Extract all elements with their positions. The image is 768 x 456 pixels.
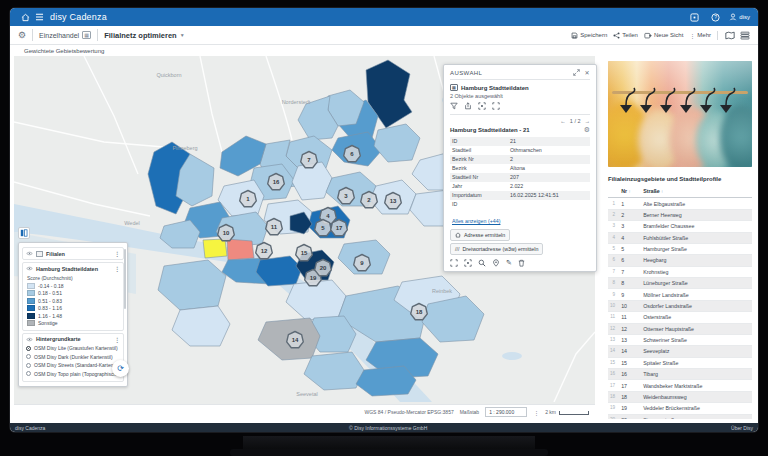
basemap-option[interactable]: OSM Disy Streets (Standard-Kartenstil): [26, 362, 120, 368]
table-row[interactable]: 1616Tibarg: [608, 369, 752, 380]
map-marker[interactable]: 9: [354, 255, 371, 271]
map-marker[interactable]: 3: [338, 188, 355, 204]
full-extent-icon[interactable]: [492, 102, 500, 110]
menu-icon[interactable]: [32, 11, 46, 23]
w3w-button[interactable]: /// Dreiwortadresse (w3w) ermitteln: [450, 243, 543, 255]
apps-icon[interactable]: [687, 11, 701, 23]
map-marker[interactable]: 16: [268, 174, 285, 190]
table-row[interactable]: 66Heegbarg: [608, 255, 752, 266]
location-pin-icon[interactable]: [492, 259, 500, 267]
table-row[interactable]: 1111Osterstraße: [608, 312, 752, 323]
table-row[interactable]: 1212Ottenser Hauptstraße: [608, 323, 752, 334]
magnifier-icon[interactable]: [478, 259, 486, 267]
radio-icon[interactable]: [26, 363, 31, 368]
more-button[interactable]: ⋮ Mehr: [689, 32, 711, 39]
map-canvas[interactable]: QuickbornNorderstedtPinnebergWedelReinbe…: [14, 56, 595, 419]
scale-more-icon[interactable]: ⋮: [533, 409, 539, 416]
user-menu[interactable]: disy: [729, 13, 750, 21]
address-button[interactable]: Adresse ermitteln: [450, 229, 510, 241]
table-row[interactable]: 22Berner Heerweg: [608, 209, 752, 220]
basemap-option[interactable]: OSM Disy Lite (Graustufen Kartenstil): [26, 345, 120, 351]
map-marker[interactable]: 7: [301, 152, 318, 168]
show-all-link[interactable]: Alles anzeigen (+44): [452, 218, 500, 224]
cell-nr: 7: [619, 266, 641, 277]
home-icon[interactable]: [18, 11, 32, 23]
layer-stadtteildaten[interactable]: Hamburg Stadtteildaten ⋮ Score (Durchsch…: [22, 262, 124, 331]
data-view-icon[interactable]: [740, 31, 750, 40]
trash-icon[interactable]: [518, 259, 525, 267]
record-settings-gear-icon[interactable]: ⚙: [584, 126, 590, 134]
table-row[interactable]: 1010Osdorfer Landstraße: [608, 300, 752, 311]
workbook-selector[interactable]: Einzelhandel ▦: [39, 31, 91, 39]
table-row[interactable]: 77Krohnstieg: [608, 266, 752, 277]
visibility-eye-icon[interactable]: [26, 337, 33, 342]
layer-panel-toggle[interactable]: [18, 227, 30, 239]
share-button[interactable]: Teilen: [613, 32, 638, 39]
layer-panel-scrollbar[interactable]: [124, 249, 126, 309]
table-row[interactable]: 55Hamburger Straße: [608, 243, 752, 254]
table-row[interactable]: 1515Spitaler Straße: [608, 357, 752, 368]
kebab-menu-icon[interactable]: ⋮: [114, 336, 120, 343]
table-row[interactable]: 1717Wandsbeker Marktstraße: [608, 380, 752, 391]
table-row[interactable]: 11Alte Elbgaustraße: [608, 198, 752, 209]
table-row[interactable]: 1414Seeveplatz: [608, 346, 752, 357]
map-marker[interactable]: 10: [218, 225, 235, 241]
edit-pencil-icon[interactable]: ✎: [506, 259, 512, 267]
row-index: 13: [608, 334, 619, 345]
scale-input[interactable]: 1 : 290.000: [485, 407, 527, 417]
visibility-eye-icon[interactable]: [26, 251, 33, 256]
table-row[interactable]: 1313Schweriner Straße: [608, 334, 752, 345]
map-marker[interactable]: 5: [315, 220, 332, 236]
table-row[interactable]: 44Fuhlsbüttler Straße: [608, 232, 752, 243]
map-marker[interactable]: 2: [361, 192, 378, 208]
export-icon[interactable]: [464, 102, 472, 110]
layer-background[interactable]: Hintergrundkarte ⋮ OSM Disy Lite (Graust…: [22, 333, 124, 383]
svg-text:10: 10: [223, 230, 230, 236]
map-marker[interactable]: 17: [331, 220, 348, 236]
map-marker[interactable]: 1: [240, 191, 257, 207]
worksheet-selector[interactable]: Filialnetz optimieren ▼: [104, 31, 184, 40]
kebab-menu-icon[interactable]: ⋮: [114, 250, 120, 257]
map-view-icon[interactable]: [725, 31, 735, 40]
table-row[interactable]: 1818Weidenbaumsweg: [608, 391, 752, 402]
table-row[interactable]: 33Bramfelder Chaussee: [608, 221, 752, 232]
footer-about-link[interactable]: Über Disy: [731, 425, 753, 431]
table-row[interactable]: 1919Veddeler Brückenstraße: [608, 403, 752, 414]
column-header-strasse[interactable]: Straße ↑: [641, 186, 752, 198]
legend-label: 0.51 - 0.83: [38, 298, 62, 304]
map-marker[interactable]: 15: [296, 245, 313, 261]
next-record-arrow[interactable]: →: [585, 118, 591, 124]
kebab-menu-icon[interactable]: ⋮: [114, 265, 120, 272]
cell-nr: 1: [619, 198, 641, 209]
table-row[interactable]: 88Lüneburger Straße: [608, 278, 752, 289]
column-header-nr[interactable]: Nr ↑: [619, 186, 641, 198]
basemap-option[interactable]: OSM Disy Dark (Dunkler Kartenstil): [26, 354, 120, 360]
map-marker[interactable]: 18: [411, 304, 428, 320]
radio-icon[interactable]: [26, 371, 31, 376]
help-icon[interactable]: ?: [708, 11, 722, 23]
map-marker[interactable]: 20: [315, 260, 332, 276]
new-view-button[interactable]: Neue Sicht: [644, 32, 683, 39]
pan-to-icon[interactable]: [450, 259, 458, 267]
map-marker[interactable]: 14: [287, 332, 304, 348]
cell-nr: 12: [619, 323, 641, 334]
map-marker[interactable]: 11: [266, 219, 283, 235]
zoom-to-selection-icon[interactable]: [478, 102, 486, 110]
expand-icon[interactable]: [573, 69, 580, 76]
map-marker[interactable]: 13: [385, 193, 402, 209]
visibility-eye-icon[interactable]: [26, 266, 33, 271]
map-marker[interactable]: 6: [344, 146, 361, 162]
radio-icon[interactable]: [26, 346, 31, 351]
table-row[interactable]: 99Möllner Landstraße: [608, 289, 752, 300]
map-marker[interactable]: 12: [256, 243, 273, 259]
zoom-frame-icon[interactable]: [464, 259, 472, 267]
settings-gear-icon[interactable]: ⚙: [18, 30, 26, 40]
basemap-option[interactable]: OSM Disy Topo plain (Topographischer Kar…: [26, 371, 120, 377]
filter-icon[interactable]: [450, 102, 458, 110]
prev-record-arrow[interactable]: ←: [560, 118, 566, 124]
close-icon[interactable]: ✕: [585, 69, 590, 76]
radio-icon[interactable]: [26, 354, 31, 359]
save-button[interactable]: Speichern: [571, 32, 607, 39]
refresh-map-button[interactable]: ⟳: [112, 360, 129, 377]
layer-filialen[interactable]: Filialen ⋮: [22, 247, 124, 260]
